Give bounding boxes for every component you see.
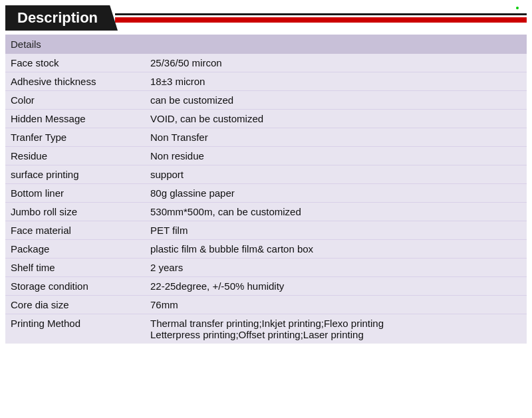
row-value: Non Transfer [145, 128, 527, 147]
row-value: can be customized [145, 91, 527, 110]
row-label: Core dia size [5, 296, 145, 314]
table-row: Core dia size76mm [5, 296, 527, 314]
row-value: 18±3 micron [145, 72, 527, 91]
row-label: Printing Method [5, 314, 145, 344]
row-label: Hidden Message [5, 110, 145, 128]
row-value: 530mm*500m, can be customized [145, 203, 527, 221]
row-value: PET film [145, 221, 527, 240]
table-row: surface printingsupport [5, 165, 527, 184]
line-red [115, 17, 527, 23]
table-row: Jumbo roll size530mm*500m, can be custom… [5, 203, 527, 221]
table-row: Printing MethodThermal transfer printing… [5, 314, 527, 344]
table-row: Adhesive thickness18±3 micron [5, 72, 527, 91]
row-value: Thermal transfer printing;Inkjet printin… [145, 314, 527, 344]
line-black [115, 13, 527, 15]
row-value: plastic film & bubble film& carton box [145, 240, 527, 259]
row-label: surface printing [5, 165, 145, 184]
table-row: Packageplastic film & bubble film& carto… [5, 240, 527, 259]
page-wrapper: Description Details Face stock25/36/50 m… [0, 0, 532, 349]
details-table: Details Face stock25/36/50 mirconAdhesiv… [5, 35, 527, 344]
table-row: Storage condition22-25degree, +/-50% hum… [5, 277, 527, 296]
table-row: Colorcan be customized [5, 91, 527, 110]
row-label: Shelf time [5, 259, 145, 277]
table-row: Shelf time2 years [5, 259, 527, 277]
row-value: Non residue [145, 147, 527, 165]
description-lines [115, 13, 527, 23]
green-dot-decoration [516, 7, 519, 9]
row-value: support [145, 165, 527, 184]
row-value: 2 years [145, 259, 527, 277]
description-header: Description [5, 5, 527, 31]
table-row: Face materialPET film [5, 221, 527, 240]
description-title: Description [5, 5, 118, 31]
row-label: Residue [5, 147, 145, 165]
row-value: 25/36/50 mircon [145, 54, 527, 72]
row-label: Face material [5, 221, 145, 240]
row-label: Jumbo roll size [5, 203, 145, 221]
table-row: Face stock25/36/50 mircon [5, 54, 527, 72]
table-row: ResidueNon residue [5, 147, 527, 165]
row-label: Package [5, 240, 145, 259]
row-value: 80g glassine paper [145, 184, 527, 203]
row-value: 76mm [145, 296, 527, 314]
row-value: 22-25degree, +/-50% humidity [145, 277, 527, 296]
table-header-cell: Details [5, 35, 527, 54]
table-header-row: Details [5, 35, 527, 54]
row-label: Adhesive thickness [5, 72, 145, 91]
row-value: VOID, can be customized [145, 110, 527, 128]
table-row: Tranfer TypeNon Transfer [5, 128, 527, 147]
table-row: Bottom liner80g glassine paper [5, 184, 527, 203]
row-label: Face stock [5, 54, 145, 72]
row-label: Tranfer Type [5, 128, 145, 147]
table-row: Hidden MessageVOID, can be customized [5, 110, 527, 128]
row-label: Storage condition [5, 277, 145, 296]
row-label: Color [5, 91, 145, 110]
row-label: Bottom liner [5, 184, 145, 203]
